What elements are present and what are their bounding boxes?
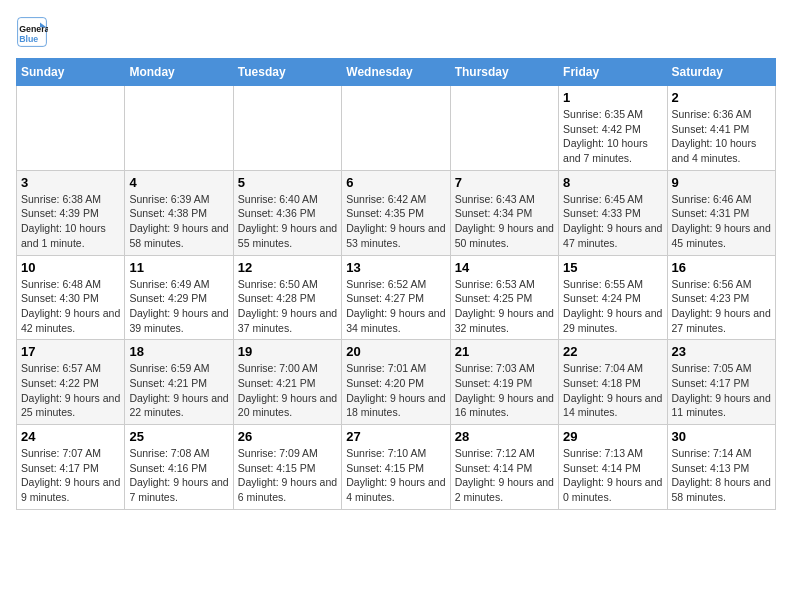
day-info: Sunrise: 6:57 AM Sunset: 4:22 PM Dayligh… [21, 361, 120, 420]
calendar-cell: 5Sunrise: 6:40 AM Sunset: 4:36 PM Daylig… [233, 170, 341, 255]
day-number: 2 [672, 90, 771, 105]
calendar-header-row: SundayMondayTuesdayWednesdayThursdayFrid… [17, 59, 776, 86]
calendar-cell: 26Sunrise: 7:09 AM Sunset: 4:15 PM Dayli… [233, 425, 341, 510]
day-number: 30 [672, 429, 771, 444]
day-number: 23 [672, 344, 771, 359]
day-number: 20 [346, 344, 445, 359]
day-info: Sunrise: 7:00 AM Sunset: 4:21 PM Dayligh… [238, 361, 337, 420]
calendar-cell: 28Sunrise: 7:12 AM Sunset: 4:14 PM Dayli… [450, 425, 558, 510]
day-info: Sunrise: 6:35 AM Sunset: 4:42 PM Dayligh… [563, 107, 662, 166]
column-header-tuesday: Tuesday [233, 59, 341, 86]
day-info: Sunrise: 6:42 AM Sunset: 4:35 PM Dayligh… [346, 192, 445, 251]
day-number: 7 [455, 175, 554, 190]
calendar-cell: 23Sunrise: 7:05 AM Sunset: 4:17 PM Dayli… [667, 340, 775, 425]
calendar-cell: 24Sunrise: 7:07 AM Sunset: 4:17 PM Dayli… [17, 425, 125, 510]
calendar-cell: 25Sunrise: 7:08 AM Sunset: 4:16 PM Dayli… [125, 425, 233, 510]
calendar-cell [342, 86, 450, 171]
day-number: 9 [672, 175, 771, 190]
day-number: 28 [455, 429, 554, 444]
day-info: Sunrise: 7:04 AM Sunset: 4:18 PM Dayligh… [563, 361, 662, 420]
day-number: 10 [21, 260, 120, 275]
day-number: 26 [238, 429, 337, 444]
day-number: 17 [21, 344, 120, 359]
day-info: Sunrise: 6:45 AM Sunset: 4:33 PM Dayligh… [563, 192, 662, 251]
calendar-cell: 4Sunrise: 6:39 AM Sunset: 4:38 PM Daylig… [125, 170, 233, 255]
calendar-cell [233, 86, 341, 171]
week-row-2: 3Sunrise: 6:38 AM Sunset: 4:39 PM Daylig… [17, 170, 776, 255]
day-info: Sunrise: 7:08 AM Sunset: 4:16 PM Dayligh… [129, 446, 228, 505]
calendar-cell: 27Sunrise: 7:10 AM Sunset: 4:15 PM Dayli… [342, 425, 450, 510]
week-row-1: 1Sunrise: 6:35 AM Sunset: 4:42 PM Daylig… [17, 86, 776, 171]
calendar-cell: 2Sunrise: 6:36 AM Sunset: 4:41 PM Daylig… [667, 86, 775, 171]
day-number: 15 [563, 260, 662, 275]
day-number: 12 [238, 260, 337, 275]
day-info: Sunrise: 7:05 AM Sunset: 4:17 PM Dayligh… [672, 361, 771, 420]
calendar-cell: 19Sunrise: 7:00 AM Sunset: 4:21 PM Dayli… [233, 340, 341, 425]
calendar-cell: 15Sunrise: 6:55 AM Sunset: 4:24 PM Dayli… [559, 255, 667, 340]
logo-icon: General Blue [16, 16, 48, 48]
day-number: 1 [563, 90, 662, 105]
calendar-cell: 7Sunrise: 6:43 AM Sunset: 4:34 PM Daylig… [450, 170, 558, 255]
page-header: General Blue [16, 16, 776, 48]
calendar-cell: 6Sunrise: 6:42 AM Sunset: 4:35 PM Daylig… [342, 170, 450, 255]
column-header-sunday: Sunday [17, 59, 125, 86]
day-info: Sunrise: 6:36 AM Sunset: 4:41 PM Dayligh… [672, 107, 771, 166]
day-info: Sunrise: 7:09 AM Sunset: 4:15 PM Dayligh… [238, 446, 337, 505]
day-number: 4 [129, 175, 228, 190]
day-number: 18 [129, 344, 228, 359]
day-info: Sunrise: 6:53 AM Sunset: 4:25 PM Dayligh… [455, 277, 554, 336]
calendar-cell: 30Sunrise: 7:14 AM Sunset: 4:13 PM Dayli… [667, 425, 775, 510]
calendar-cell: 22Sunrise: 7:04 AM Sunset: 4:18 PM Dayli… [559, 340, 667, 425]
day-number: 11 [129, 260, 228, 275]
calendar-cell: 14Sunrise: 6:53 AM Sunset: 4:25 PM Dayli… [450, 255, 558, 340]
column-header-saturday: Saturday [667, 59, 775, 86]
day-info: Sunrise: 6:55 AM Sunset: 4:24 PM Dayligh… [563, 277, 662, 336]
calendar-cell: 10Sunrise: 6:48 AM Sunset: 4:30 PM Dayli… [17, 255, 125, 340]
calendar-cell: 16Sunrise: 6:56 AM Sunset: 4:23 PM Dayli… [667, 255, 775, 340]
day-info: Sunrise: 7:13 AM Sunset: 4:14 PM Dayligh… [563, 446, 662, 505]
day-info: Sunrise: 6:50 AM Sunset: 4:28 PM Dayligh… [238, 277, 337, 336]
calendar-cell: 8Sunrise: 6:45 AM Sunset: 4:33 PM Daylig… [559, 170, 667, 255]
day-number: 25 [129, 429, 228, 444]
column-header-friday: Friday [559, 59, 667, 86]
calendar-cell: 17Sunrise: 6:57 AM Sunset: 4:22 PM Dayli… [17, 340, 125, 425]
day-number: 21 [455, 344, 554, 359]
day-info: Sunrise: 6:59 AM Sunset: 4:21 PM Dayligh… [129, 361, 228, 420]
day-info: Sunrise: 7:07 AM Sunset: 4:17 PM Dayligh… [21, 446, 120, 505]
day-number: 16 [672, 260, 771, 275]
day-number: 22 [563, 344, 662, 359]
week-row-4: 17Sunrise: 6:57 AM Sunset: 4:22 PM Dayli… [17, 340, 776, 425]
day-info: Sunrise: 6:56 AM Sunset: 4:23 PM Dayligh… [672, 277, 771, 336]
calendar-cell: 1Sunrise: 6:35 AM Sunset: 4:42 PM Daylig… [559, 86, 667, 171]
calendar-cell: 21Sunrise: 7:03 AM Sunset: 4:19 PM Dayli… [450, 340, 558, 425]
day-number: 14 [455, 260, 554, 275]
day-number: 29 [563, 429, 662, 444]
column-header-monday: Monday [125, 59, 233, 86]
day-info: Sunrise: 6:48 AM Sunset: 4:30 PM Dayligh… [21, 277, 120, 336]
logo: General Blue [16, 16, 48, 48]
day-number: 27 [346, 429, 445, 444]
calendar-cell: 20Sunrise: 7:01 AM Sunset: 4:20 PM Dayli… [342, 340, 450, 425]
column-header-thursday: Thursday [450, 59, 558, 86]
week-row-3: 10Sunrise: 6:48 AM Sunset: 4:30 PM Dayli… [17, 255, 776, 340]
day-info: Sunrise: 7:12 AM Sunset: 4:14 PM Dayligh… [455, 446, 554, 505]
day-info: Sunrise: 6:40 AM Sunset: 4:36 PM Dayligh… [238, 192, 337, 251]
calendar-cell [17, 86, 125, 171]
calendar-cell: 13Sunrise: 6:52 AM Sunset: 4:27 PM Dayli… [342, 255, 450, 340]
day-number: 6 [346, 175, 445, 190]
day-info: Sunrise: 6:38 AM Sunset: 4:39 PM Dayligh… [21, 192, 120, 251]
day-number: 19 [238, 344, 337, 359]
calendar-cell: 12Sunrise: 6:50 AM Sunset: 4:28 PM Dayli… [233, 255, 341, 340]
calendar-cell: 9Sunrise: 6:46 AM Sunset: 4:31 PM Daylig… [667, 170, 775, 255]
day-number: 8 [563, 175, 662, 190]
day-info: Sunrise: 6:43 AM Sunset: 4:34 PM Dayligh… [455, 192, 554, 251]
calendar-cell [450, 86, 558, 171]
day-info: Sunrise: 6:52 AM Sunset: 4:27 PM Dayligh… [346, 277, 445, 336]
day-info: Sunrise: 6:49 AM Sunset: 4:29 PM Dayligh… [129, 277, 228, 336]
calendar-cell [125, 86, 233, 171]
svg-text:Blue: Blue [19, 34, 38, 44]
calendar-cell: 3Sunrise: 6:38 AM Sunset: 4:39 PM Daylig… [17, 170, 125, 255]
day-info: Sunrise: 6:39 AM Sunset: 4:38 PM Dayligh… [129, 192, 228, 251]
calendar-cell: 29Sunrise: 7:13 AM Sunset: 4:14 PM Dayli… [559, 425, 667, 510]
day-number: 3 [21, 175, 120, 190]
